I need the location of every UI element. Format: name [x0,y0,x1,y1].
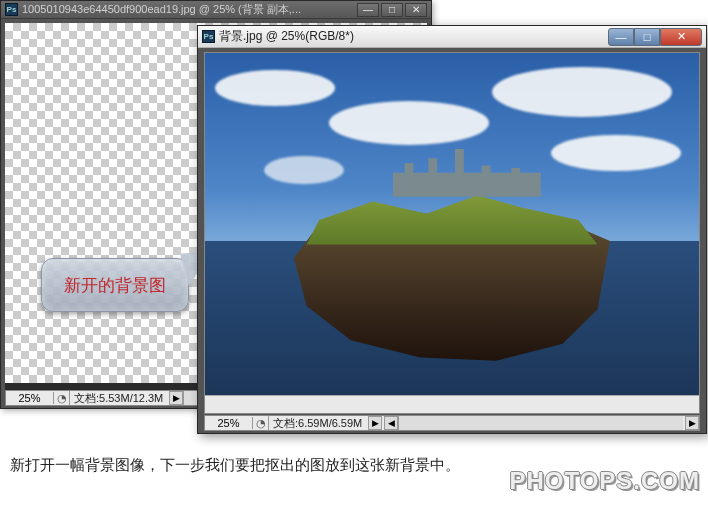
window1-controls: — □ ✕ [357,3,427,17]
status-size-text: 5.53M/12.3M [99,392,163,404]
status-arrow-right-icon[interactable]: ▶ [169,391,183,405]
window2-title: 背景.jpg @ 25%(RGB/8*) [219,28,354,45]
status-doc-label: 文档:5.53M/12.3M [70,391,167,406]
window2-titlebar[interactable]: Ps 背景.jpg @ 25%(RGB/8*) — □ ✕ [198,26,706,48]
photoshop-icon: Ps [202,30,215,43]
maximize-button[interactable]: □ [381,3,403,17]
status-label-text: 文档: [273,417,298,429]
background-image-castle [205,53,699,395]
zoom-input[interactable]: 25% [205,417,253,429]
callout-text: 新开的背景图 [64,274,166,297]
cloud-shape [492,67,672,117]
status-circle-icon[interactable]: ◔ [54,391,70,405]
window1-title: 1005010943e64450df900ead19.jpg @ 25% (背景… [22,2,357,17]
window1-titlebar[interactable]: Ps 1005010943e64450df900ead19.jpg @ 25% … [1,1,431,19]
cloud-shape [551,135,681,171]
cloud-shape [329,101,489,145]
maximize-button[interactable]: □ [634,28,660,46]
document-window-2: Ps 背景.jpg @ 25%(RGB/8*) — □ ✕ 25% ◔ 文档:6… [197,25,707,434]
status-size-text: 6.59M/6.59M [298,417,362,429]
cloud-shape [215,70,335,106]
window2-h-scrollbar[interactable] [398,416,683,430]
zoom-input[interactable]: 25% [6,392,54,404]
window2-canvas[interactable] [204,52,700,414]
watermark-text: PHOTOPS.COM [509,467,700,495]
cloud-shape [264,156,344,184]
status-circle-icon[interactable]: ◔ [253,416,269,430]
castle-shape [393,149,541,197]
close-button[interactable]: ✕ [405,3,427,17]
close-button[interactable]: ✕ [660,28,702,46]
window2-inner-h-scrollbar[interactable] [205,395,699,413]
window2-status-bar: 25% ◔ 文档:6.59M/6.59M ▶ ◀ ▶ [204,415,700,431]
minimize-button[interactable]: — [608,28,634,46]
callout-bubble: 新开的背景图 [41,258,189,312]
window2-controls: — □ ✕ [608,28,702,46]
scroll-arrow-right-icon[interactable]: ▶ [685,416,699,430]
status-doc-label: 文档:6.59M/6.59M [269,416,366,431]
status-arrow-right-icon[interactable]: ▶ [368,416,382,430]
status-label-text: 文档: [74,392,99,404]
scroll-arrow-left-icon[interactable]: ◀ [384,416,398,430]
photoshop-icon: Ps [5,3,18,16]
minimize-button[interactable]: — [357,3,379,17]
